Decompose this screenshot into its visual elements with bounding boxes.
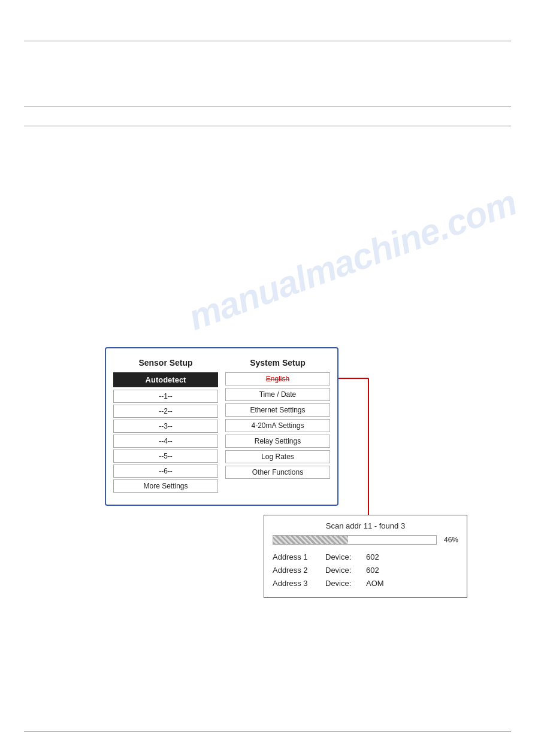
more-settings-button[interactable]: More Settings bbox=[113, 479, 218, 493]
mid-rule-2 bbox=[24, 126, 511, 126]
address-1-label: Address 1 bbox=[273, 551, 321, 564]
main-panel: Sensor Setup Autodetect --1-- --2-- --3-… bbox=[105, 347, 338, 506]
bottom-rule bbox=[24, 731, 511, 732]
other-functions-button[interactable]: Other Functions bbox=[225, 466, 330, 479]
channel-3-button[interactable]: --3-- bbox=[113, 420, 218, 433]
time-date-button[interactable]: Time / Date bbox=[225, 388, 330, 401]
scan-title: Scan addr 11 - found 3 bbox=[273, 521, 458, 530]
system-setup-title: System Setup bbox=[225, 358, 330, 368]
top-rule bbox=[24, 41, 511, 41]
progress-percent: 46% bbox=[440, 536, 458, 544]
sensor-setup-column: Sensor Setup Autodetect --1-- --2-- --3-… bbox=[113, 358, 218, 493]
progress-bar-outer bbox=[273, 535, 437, 545]
device-1-value: 602 bbox=[366, 551, 379, 564]
address-3-label: Address 3 bbox=[273, 577, 321, 590]
ethernet-settings-button[interactable]: Ethernet Settings bbox=[225, 403, 330, 417]
device-1-label: Device: bbox=[325, 551, 361, 564]
sensor-setup-title: Sensor Setup bbox=[113, 358, 218, 368]
device-2-value: 602 bbox=[366, 564, 379, 577]
english-button[interactable]: English bbox=[225, 372, 330, 385]
mid-rule-1 bbox=[24, 107, 511, 107]
relay-settings-button[interactable]: Relay Settings bbox=[225, 435, 330, 448]
device-3-value: AOM bbox=[366, 577, 384, 590]
channel-6-button[interactable]: --6-- bbox=[113, 464, 218, 478]
system-setup-column: System Setup English Time / Date Etherne… bbox=[225, 358, 330, 493]
log-rates-button[interactable]: Log Rates bbox=[225, 450, 330, 463]
watermark: manualmachine.com bbox=[183, 181, 522, 338]
scan-row-3: Address 3 Device: AOM bbox=[273, 577, 458, 590]
scan-result-box: Scan addr 11 - found 3 46% Address 1 Dev… bbox=[264, 515, 467, 598]
scan-row-2: Address 2 Device: 602 bbox=[273, 564, 458, 577]
autodetect-button[interactable]: Autodetect bbox=[113, 372, 218, 387]
channel-1-button[interactable]: --1-- bbox=[113, 390, 218, 403]
4-20ma-settings-button[interactable]: 4-20mA Settings bbox=[225, 419, 330, 432]
device-3-label: Device: bbox=[325, 577, 361, 590]
scan-results: Address 1 Device: 602 Address 2 Device: … bbox=[273, 551, 458, 590]
channel-5-button[interactable]: --5-- bbox=[113, 450, 218, 463]
progress-bar-container: 46% bbox=[273, 535, 458, 545]
panel-columns: Sensor Setup Autodetect --1-- --2-- --3-… bbox=[113, 358, 330, 493]
progress-bar-fill bbox=[273, 536, 348, 544]
scan-row-1: Address 1 Device: 602 bbox=[273, 551, 458, 564]
channel-2-button[interactable]: --2-- bbox=[113, 405, 218, 418]
channel-4-button[interactable]: --4-- bbox=[113, 435, 218, 448]
address-2-label: Address 2 bbox=[273, 564, 321, 577]
device-2-label: Device: bbox=[325, 564, 361, 577]
